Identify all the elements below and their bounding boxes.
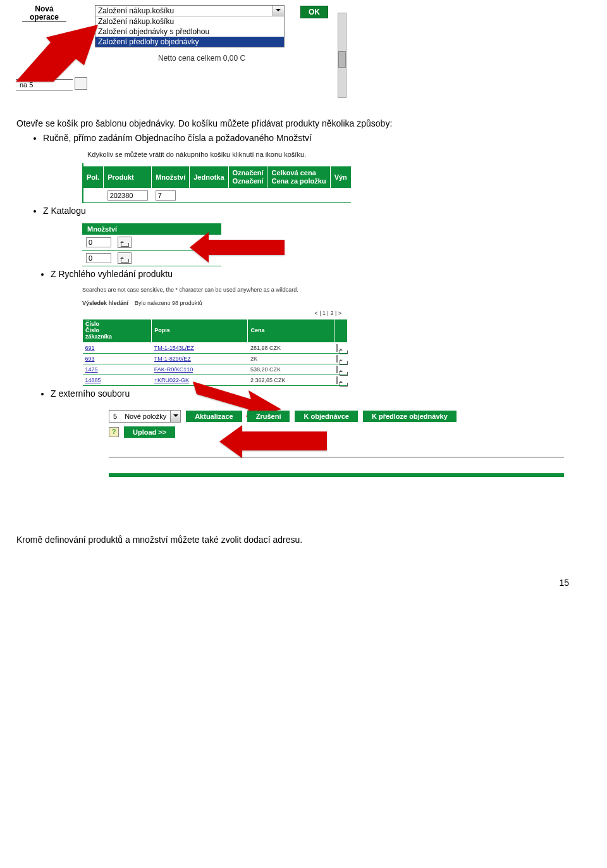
netto-total-label: Netto cena celkem 0,00 C [158, 54, 245, 63]
svg-marker-0 [16, 25, 98, 82]
scrollbar-thumb[interactable] [338, 51, 346, 68]
table-row: 691 TM-1-1543L/EZ 281,98 CZK [83, 342, 348, 353]
cart-table: Pol. Produkt Množství Jednotka Označení … [82, 166, 352, 203]
dropdown-option-highlighted[interactable]: Založení předlohy objednávky [95, 37, 284, 47]
results-table: Číslo Číslo zákazníka Popis Cena 691 TM-… [82, 319, 348, 386]
zruseni-button[interactable]: Zrušení [247, 411, 290, 422]
product-input[interactable] [107, 190, 148, 201]
divider-vertical [82, 163, 83, 203]
chevron-down-icon[interactable] [273, 6, 284, 16]
th-cena: Celková cena Cena za položku [267, 166, 330, 189]
paragraph: Otevře se košík pro šablonu objednávky. … [16, 117, 594, 130]
dropdown-selected-text: Založení nákup.košíku [98, 6, 174, 15]
scrollbar[interactable] [338, 13, 346, 98]
operation-dropdown[interactable]: Založení nákup.košíku Založení nákup.koš… [95, 5, 285, 47]
ok-button[interactable]: OK [300, 6, 328, 18]
bullet-item: Ručně, přímo zadáním Objednacího čísla a… [43, 133, 594, 143]
dropdown-selected-value[interactable]: Založení nákup.košíku [95, 6, 284, 16]
th-produkt: Produkt [104, 166, 152, 189]
qty-input[interactable] [86, 237, 111, 247]
add-to-cart-icon[interactable] [336, 344, 338, 352]
product-link[interactable]: TM-1-8290/EZ [154, 356, 191, 362]
bullet-item: Z externího souboru [51, 388, 594, 399]
pager[interactable]: < | 1 | 2 | > [82, 310, 341, 316]
dropdown-option-list: Založení nákup.košíku Založení objednávk… [95, 16, 284, 47]
paragraph: Kromě definování produktů a množství můž… [16, 534, 594, 547]
new-items-combo[interactable]: 5 Nové položky [109, 410, 181, 423]
add-to-cart-icon[interactable] [118, 252, 132, 264]
product-link[interactable]: +KRU022-GK [154, 377, 189, 383]
th-oznaceni: Označení Označení [228, 166, 267, 189]
product-link[interactable]: FAK-R0/KC110 [154, 366, 193, 373]
table-row: 693 TM-1-8290/EZ 2K [83, 353, 348, 364]
th-mnozstvi: Množství [152, 166, 190, 189]
annotation-arrow-icon [16, 25, 98, 82]
chevron-down-icon[interactable] [170, 411, 180, 422]
k-predloze-button[interactable]: K předloze objednávky [363, 411, 457, 422]
th-blank [334, 319, 347, 343]
dropdown-option[interactable]: Založení objednávky s předlohou [95, 27, 284, 37]
result-count: Bylo nalezeno 98 produktů [135, 300, 202, 306]
product-link[interactable]: 1475 [85, 366, 98, 373]
k-objednavce-button[interactable]: K objednávce [295, 411, 358, 422]
add-to-cart-icon[interactable] [336, 366, 338, 373]
bullet-item: Z Rychlého vyhledání produktu [51, 269, 594, 279]
price-cell: 2K [248, 353, 334, 364]
qty-input[interactable] [86, 253, 111, 263]
screenshot-catalog-qty: Množství [82, 223, 594, 266]
quantity-input[interactable] [156, 190, 176, 201]
divider [109, 457, 564, 458]
annotation-arrow-icon [219, 425, 327, 458]
upload-button[interactable]: Upload >> [124, 426, 175, 438]
th-vyn: Výn [330, 166, 351, 189]
screenshot-new-operation: Nová operace Založení nákup.košíku Založ… [13, 3, 594, 104]
th-popis: Popis [152, 319, 248, 343]
combo-label: Nové položky [121, 411, 170, 421]
price-cell: 281,98 CZK [248, 342, 334, 353]
product-link[interactable]: 691 [85, 345, 95, 351]
th-pol: Pol. [83, 166, 104, 189]
th-cislo: Číslo Číslo zákazníka [83, 319, 152, 343]
help-icon[interactable]: ? [109, 427, 119, 437]
svg-marker-1 [190, 232, 285, 263]
product-link[interactable]: TM-1-1543L/EZ [154, 345, 194, 351]
svg-marker-3 [219, 425, 327, 458]
screenshot-cart-table: Kdykoliv se můžete vrátit do nákupního k… [82, 151, 594, 203]
result-label: Výsledek hledání [82, 300, 128, 306]
product-link[interactable]: 14885 [85, 377, 101, 383]
aktualizace-button[interactable]: Aktualizace [186, 411, 242, 422]
add-to-cart-icon[interactable] [336, 376, 338, 384]
green-bar [109, 473, 564, 477]
th-jednotka: Jednotka [190, 166, 228, 189]
th-cena: Cena [248, 319, 334, 343]
annotation-arrow-icon [190, 232, 285, 263]
product-link[interactable]: 693 [85, 356, 95, 362]
bullet-item: Z Katalogu [43, 206, 594, 216]
price-cell: 538,20 CZK [248, 364, 334, 375]
add-to-cart-icon[interactable] [118, 237, 132, 248]
search-note: Searches are not case sensitive, the * c… [82, 287, 348, 294]
screenshot-external-file: 5 Nové položky Aktualizace Zrušení K obj… [109, 406, 564, 515]
screenshot-search-results: Searches are not case sensitive, the * c… [82, 287, 348, 385]
table-row: 1475 FAK-R0/KC110 538,20 CZK [83, 364, 348, 375]
table-row [83, 189, 352, 203]
dropdown-option[interactable]: Založení nákup.košíku [95, 16, 284, 27]
add-to-cart-icon[interactable] [336, 355, 338, 363]
hint-text: Kdykoliv se můžete vrátit do nákupního k… [87, 151, 594, 158]
page-number: 15 [13, 578, 569, 588]
new-operation-label: Nová operace [22, 5, 66, 22]
combo-value: 5 [109, 411, 121, 421]
